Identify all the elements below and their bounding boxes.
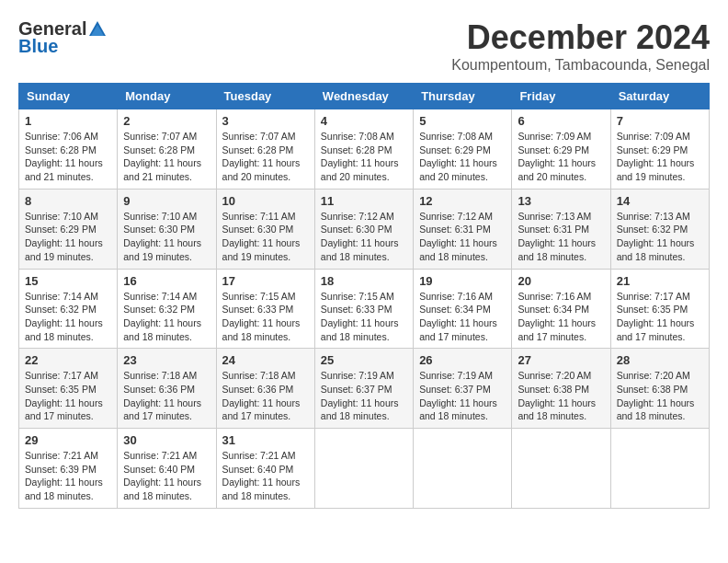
day-info: Sunrise: 7:15 AM Sunset: 6:33 PM Dayligh…: [222, 290, 309, 344]
day-info: Sunrise: 7:14 AM Sunset: 6:32 PM Dayligh…: [123, 290, 210, 344]
day-info: Sunrise: 7:18 AM Sunset: 6:36 PM Dayligh…: [123, 369, 210, 423]
calendar-cell: 24 Sunrise: 7:18 AM Sunset: 6:36 PM Dayl…: [216, 349, 314, 429]
day-number: 22: [25, 353, 111, 367]
day-info: Sunrise: 7:21 AM Sunset: 6:40 PM Dayligh…: [222, 449, 309, 503]
calendar-cell: 23 Sunrise: 7:18 AM Sunset: 6:36 PM Dayl…: [118, 349, 216, 429]
title-block: December 2024 Koumpentoum, Tambacounda, …: [451, 18, 710, 74]
day-number: 13: [518, 194, 604, 208]
logo: General Blue: [18, 18, 108, 57]
day-info: Sunrise: 7:07 AM Sunset: 6:28 PM Dayligh…: [222, 130, 309, 184]
day-info: Sunrise: 7:16 AM Sunset: 6:34 PM Dayligh…: [518, 290, 604, 344]
day-info: Sunrise: 7:19 AM Sunset: 6:37 PM Dayligh…: [321, 369, 407, 423]
day-info: Sunrise: 7:21 AM Sunset: 6:39 PM Dayligh…: [25, 449, 111, 503]
column-header-thursday: Thursday: [414, 84, 512, 109]
day-number: 20: [518, 274, 604, 288]
calendar-cell: 16 Sunrise: 7:14 AM Sunset: 6:32 PM Dayl…: [118, 269, 216, 349]
calendar-cell: 6 Sunrise: 7:09 AM Sunset: 6:29 PM Dayli…: [512, 109, 610, 190]
calendar-week-2: 8 Sunrise: 7:10 AM Sunset: 6:29 PM Dayli…: [19, 189, 710, 269]
calendar-header: SundayMondayTuesdayWednesdayThursdayFrid…: [19, 84, 710, 109]
day-number: 7: [617, 114, 703, 128]
calendar-cell: 11 Sunrise: 7:12 AM Sunset: 6:30 PM Dayl…: [314, 189, 413, 269]
day-info: Sunrise: 7:06 AM Sunset: 6:28 PM Dayligh…: [25, 130, 111, 184]
calendar-cell: 4 Sunrise: 7:08 AM Sunset: 6:28 PM Dayli…: [314, 109, 413, 190]
calendar-cell: 2 Sunrise: 7:07 AM Sunset: 6:28 PM Dayli…: [118, 109, 216, 190]
day-info: Sunrise: 7:07 AM Sunset: 6:28 PM Dayligh…: [123, 130, 210, 184]
day-info: Sunrise: 7:19 AM Sunset: 6:37 PM Dayligh…: [419, 369, 506, 423]
column-header-saturday: Saturday: [610, 84, 709, 109]
calendar-cell: 14 Sunrise: 7:13 AM Sunset: 6:32 PM Dayl…: [610, 189, 709, 269]
day-number: 4: [321, 114, 407, 128]
day-info: Sunrise: 7:09 AM Sunset: 6:29 PM Dayligh…: [617, 130, 703, 184]
day-number: 17: [222, 274, 309, 288]
day-number: 24: [222, 353, 309, 367]
day-number: 21: [617, 274, 703, 288]
calendar-week-1: 1 Sunrise: 7:06 AM Sunset: 6:28 PM Dayli…: [19, 109, 710, 190]
day-info: Sunrise: 7:08 AM Sunset: 6:29 PM Dayligh…: [419, 130, 506, 184]
calendar-week-3: 15 Sunrise: 7:14 AM Sunset: 6:32 PM Dayl…: [19, 269, 710, 349]
day-number: 10: [222, 194, 309, 208]
day-number: 26: [419, 353, 506, 367]
column-header-sunday: Sunday: [19, 84, 118, 109]
day-number: 14: [617, 194, 703, 208]
calendar-cell: 28 Sunrise: 7:20 AM Sunset: 6:38 PM Dayl…: [610, 349, 709, 429]
calendar-table: SundayMondayTuesdayWednesdayThursdayFrid…: [18, 83, 710, 509]
calendar-cell: 1 Sunrise: 7:06 AM Sunset: 6:28 PM Dayli…: [19, 109, 118, 190]
column-header-monday: Monday: [118, 84, 216, 109]
day-number: 31: [222, 433, 309, 447]
calendar-cell: 26 Sunrise: 7:19 AM Sunset: 6:37 PM Dayl…: [414, 349, 512, 429]
day-number: 25: [321, 353, 407, 367]
day-info: Sunrise: 7:16 AM Sunset: 6:34 PM Dayligh…: [419, 290, 506, 344]
calendar-week-4: 22 Sunrise: 7:17 AM Sunset: 6:35 PM Dayl…: [19, 349, 710, 429]
location-title: Koumpentoum, Tambacounda, Senegal: [451, 57, 710, 74]
day-number: 27: [518, 353, 604, 367]
calendar-cell: 5 Sunrise: 7:08 AM Sunset: 6:29 PM Dayli…: [414, 109, 512, 190]
calendar-cell: [414, 429, 512, 509]
page-header: General Blue December 2024 Koumpentoum, …: [18, 18, 710, 74]
day-number: 15: [25, 274, 111, 288]
day-number: 23: [123, 353, 210, 367]
calendar-cell: 17 Sunrise: 7:15 AM Sunset: 6:33 PM Dayl…: [216, 269, 314, 349]
day-number: 2: [123, 114, 210, 128]
day-number: 11: [321, 194, 407, 208]
day-number: 3: [222, 114, 309, 128]
day-info: Sunrise: 7:12 AM Sunset: 6:31 PM Dayligh…: [419, 210, 506, 264]
calendar-cell: 7 Sunrise: 7:09 AM Sunset: 6:29 PM Dayli…: [610, 109, 709, 190]
day-info: Sunrise: 7:20 AM Sunset: 6:38 PM Dayligh…: [518, 369, 604, 423]
day-number: 5: [419, 114, 506, 128]
logo-blue: Blue: [18, 36, 58, 57]
calendar-cell: 20 Sunrise: 7:16 AM Sunset: 6:34 PM Dayl…: [512, 269, 610, 349]
day-number: 28: [617, 353, 703, 367]
day-info: Sunrise: 7:15 AM Sunset: 6:33 PM Dayligh…: [321, 290, 407, 344]
calendar-cell: 12 Sunrise: 7:12 AM Sunset: 6:31 PM Dayl…: [414, 189, 512, 269]
calendar-cell: 22 Sunrise: 7:17 AM Sunset: 6:35 PM Dayl…: [19, 349, 118, 429]
calendar-cell: 18 Sunrise: 7:15 AM Sunset: 6:33 PM Dayl…: [314, 269, 413, 349]
calendar-cell: [314, 429, 413, 509]
calendar-body: 1 Sunrise: 7:06 AM Sunset: 6:28 PM Dayli…: [19, 109, 710, 509]
day-info: Sunrise: 7:20 AM Sunset: 6:38 PM Dayligh…: [617, 369, 703, 423]
calendar-cell: 21 Sunrise: 7:17 AM Sunset: 6:35 PM Dayl…: [610, 269, 709, 349]
calendar-cell: [512, 429, 610, 509]
day-number: 8: [25, 194, 111, 208]
day-info: Sunrise: 7:10 AM Sunset: 6:29 PM Dayligh…: [25, 210, 111, 264]
day-info: Sunrise: 7:18 AM Sunset: 6:36 PM Dayligh…: [222, 369, 309, 423]
calendar-cell: 31 Sunrise: 7:21 AM Sunset: 6:40 PM Dayl…: [216, 429, 314, 509]
calendar-cell: 29 Sunrise: 7:21 AM Sunset: 6:39 PM Dayl…: [19, 429, 118, 509]
calendar-cell: 19 Sunrise: 7:16 AM Sunset: 6:34 PM Dayl…: [414, 269, 512, 349]
day-number: 18: [321, 274, 407, 288]
calendar-cell: 27 Sunrise: 7:20 AM Sunset: 6:38 PM Dayl…: [512, 349, 610, 429]
day-info: Sunrise: 7:17 AM Sunset: 6:35 PM Dayligh…: [617, 290, 703, 344]
calendar-cell: 13 Sunrise: 7:13 AM Sunset: 6:31 PM Dayl…: [512, 189, 610, 269]
day-info: Sunrise: 7:09 AM Sunset: 6:29 PM Dayligh…: [518, 130, 604, 184]
column-header-tuesday: Tuesday: [216, 84, 314, 109]
day-number: 19: [419, 274, 506, 288]
day-info: Sunrise: 7:13 AM Sunset: 6:32 PM Dayligh…: [617, 210, 703, 264]
calendar-week-5: 29 Sunrise: 7:21 AM Sunset: 6:39 PM Dayl…: [19, 429, 710, 509]
calendar-cell: 8 Sunrise: 7:10 AM Sunset: 6:29 PM Dayli…: [19, 189, 118, 269]
day-number: 1: [25, 114, 111, 128]
calendar-cell: 25 Sunrise: 7:19 AM Sunset: 6:37 PM Dayl…: [314, 349, 413, 429]
day-number: 30: [123, 433, 210, 447]
calendar-cell: 9 Sunrise: 7:10 AM Sunset: 6:30 PM Dayli…: [118, 189, 216, 269]
day-info: Sunrise: 7:08 AM Sunset: 6:28 PM Dayligh…: [321, 130, 407, 184]
calendar-cell: [610, 429, 709, 509]
day-info: Sunrise: 7:13 AM Sunset: 6:31 PM Dayligh…: [518, 210, 604, 264]
